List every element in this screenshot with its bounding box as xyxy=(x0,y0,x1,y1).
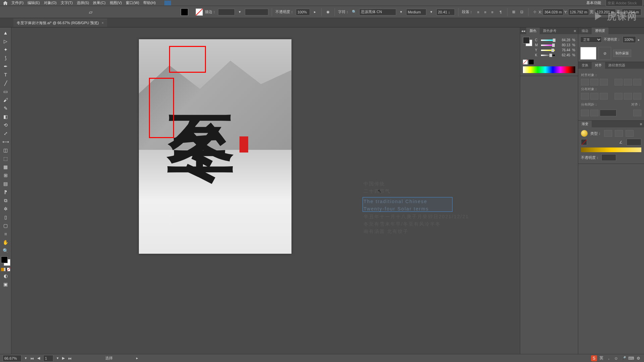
text-line-5[interactable]: 辛丑年十一月十八庚子月癸卯日2021/12/21 xyxy=(364,213,469,220)
align-right-icon[interactable]: ≡ xyxy=(489,9,496,15)
color-mode-row[interactable] xyxy=(1,268,10,271)
canvas[interactable]: 冬至 中国传统 二十四节气 The traditional Chinese Tw… xyxy=(11,27,520,354)
brush-def-input[interactable] xyxy=(245,9,268,15)
color-guide-tab[interactable]: 颜色参考 xyxy=(540,27,560,34)
bridge-icon[interactable] xyxy=(164,1,171,5)
font-dropdown[interactable]: ▾ xyxy=(398,9,404,15)
transform-tab[interactable]: 变换 xyxy=(578,62,592,69)
eraser-tool[interactable]: ◧ xyxy=(1,113,11,121)
dist-hcenter[interactable] xyxy=(624,93,632,100)
direct-selection-tool[interactable]: ▷ xyxy=(1,37,11,45)
home-icon[interactable] xyxy=(1,1,9,5)
align-to-selection[interactable] xyxy=(633,110,641,116)
pen-tool[interactable]: ✒ xyxy=(1,62,11,70)
selection-bounding-box[interactable] xyxy=(363,197,452,212)
status-play-icon[interactable]: ▸ xyxy=(136,356,138,360)
gradient-swatch[interactable] xyxy=(581,130,588,137)
zoom-input[interactable] xyxy=(3,355,21,362)
font-size-input[interactable] xyxy=(436,9,455,15)
reference-point-icon[interactable]: ⊹ xyxy=(532,9,538,15)
dist-top[interactable] xyxy=(581,93,589,100)
blend-mode-select[interactable]: 正常 xyxy=(580,37,602,43)
char-search-icon[interactable]: 🔍 xyxy=(351,9,357,15)
dist-bottom[interactable] xyxy=(600,93,608,100)
align-panel-icon[interactable]: ⊞ xyxy=(511,9,517,15)
font-weight-input[interactable] xyxy=(406,9,426,15)
opacity-input[interactable] xyxy=(296,9,310,15)
transparency-tab[interactable]: 透明度 xyxy=(592,27,608,34)
width-tool[interactable]: ⟷ xyxy=(1,138,11,146)
menu-effect[interactable]: 效果(C) xyxy=(91,0,107,5)
y-input[interactable] xyxy=(568,9,589,15)
type-tool[interactable]: T xyxy=(1,71,11,79)
pathfinder-tab[interactable]: 路径查找器 xyxy=(605,62,629,69)
weight-dropdown[interactable]: ▾ xyxy=(428,9,434,15)
hand-tool[interactable]: ✋ xyxy=(1,238,11,246)
symbol-sprayer-tool[interactable]: ✲ xyxy=(1,205,11,213)
radial-gradient-icon[interactable] xyxy=(615,130,623,137)
gradient-menu-icon[interactable]: ≡ xyxy=(638,121,644,127)
menu-window[interactable]: 窗口(W) xyxy=(124,0,141,5)
pencil-tool[interactable]: ✎ xyxy=(1,104,11,112)
ime-keyboard-icon[interactable]: ⌨ xyxy=(628,355,634,361)
linear-gradient-icon[interactable] xyxy=(604,130,612,137)
make-mask-button[interactable]: 制作蒙版 xyxy=(613,50,631,57)
grad-opacity-input[interactable] xyxy=(601,154,616,161)
ime-mic-icon[interactable]: 🎤 xyxy=(621,355,627,361)
gradient-stroke-icon[interactable] xyxy=(581,139,587,145)
mask-thumb[interactable]: ⊘ xyxy=(598,47,611,60)
menu-file[interactable]: 文件(F) xyxy=(9,0,25,5)
gradient-strip[interactable] xyxy=(581,147,641,152)
workspace-switcher[interactable]: 基本功能 xyxy=(584,0,603,5)
ime-sogou-icon[interactable]: S xyxy=(591,355,597,361)
dist-left[interactable] xyxy=(614,93,623,100)
align-vcenter-obj[interactable] xyxy=(624,79,632,85)
nav-prev-icon[interactable]: ◀ xyxy=(37,356,40,360)
rotate-tool[interactable]: ⟲ xyxy=(1,121,11,129)
align-tab[interactable]: 对齐 xyxy=(592,62,605,69)
opacity-dropdown[interactable]: ▸ xyxy=(312,9,318,15)
color-spectrum[interactable] xyxy=(523,66,575,73)
x-input[interactable] xyxy=(543,9,564,15)
color-fill-stroke[interactable] xyxy=(523,37,532,46)
dist-hspace[interactable] xyxy=(590,110,598,116)
text-line-1[interactable]: 中国传统 xyxy=(364,180,469,187)
paintbrush-tool[interactable]: 🖌 xyxy=(1,96,11,104)
draw-mode-icon[interactable]: ◐ xyxy=(1,272,11,280)
screen-mode-icon[interactable]: ▣ xyxy=(1,280,11,288)
trans-opacity-input[interactable] xyxy=(623,36,636,43)
stroke-swatch[interactable] xyxy=(196,8,203,16)
align-left-obj[interactable] xyxy=(581,79,589,85)
stroke-weight-input[interactable] xyxy=(218,9,235,15)
nav-first-icon[interactable]: ⏮ xyxy=(30,356,34,360)
perspective-grid-tool[interactable]: ▦ xyxy=(1,163,11,171)
rectangle-tool[interactable]: ▭ xyxy=(1,87,11,96)
gradient-tool[interactable]: ▤ xyxy=(1,180,11,188)
ime-emoji-icon[interactable]: ☺ xyxy=(613,355,619,361)
nav-next-icon[interactable]: ▶ xyxy=(62,356,65,360)
menu-view[interactable]: 视图(V) xyxy=(108,0,124,5)
black-slider[interactable]: K 62.45% xyxy=(535,53,575,57)
red-seal[interactable] xyxy=(239,136,248,153)
lasso-tool[interactable]: ⟆ xyxy=(1,54,11,62)
dist-right[interactable] xyxy=(633,93,641,100)
line-tool[interactable]: ╱ xyxy=(1,79,11,87)
align-right-obj[interactable] xyxy=(600,79,608,85)
align-hcenter-obj[interactable] xyxy=(590,79,598,85)
align-bottom-obj[interactable] xyxy=(633,79,641,85)
text-line-6[interactable]: 冬至有雪来年早/冬至有风冷半冬 xyxy=(364,220,469,228)
fill-swatch[interactable] xyxy=(181,8,188,16)
menu-edit[interactable]: 编辑(E) xyxy=(25,0,42,5)
magenta-slider[interactable]: M 80.13% xyxy=(535,43,575,47)
freeform-gradient-icon[interactable] xyxy=(626,130,634,137)
zoom-tool[interactable]: 🔍 xyxy=(1,247,11,255)
gradient-angle-input[interactable] xyxy=(627,139,641,145)
stroke-profile-dropdown[interactable]: ▾ xyxy=(237,9,243,15)
menu-object[interactable]: 对象(O) xyxy=(42,0,59,5)
artboard[interactable]: 冬至 xyxy=(139,39,291,254)
free-transform-tool[interactable]: ◫ xyxy=(1,146,11,154)
color-tab[interactable]: 颜色 xyxy=(526,27,540,34)
stroke-tab[interactable]: 描边 xyxy=(578,27,592,34)
scale-tool[interactable]: ⤢ xyxy=(1,129,11,137)
text-line-7[interactable]: 南有汤圆 北有饺子 xyxy=(364,228,469,235)
